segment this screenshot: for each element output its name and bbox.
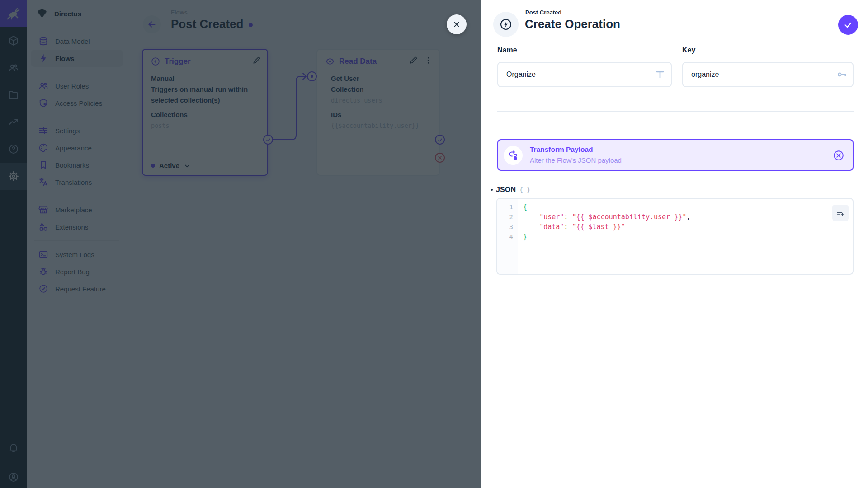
drawer-breadcrumb: Post Created	[525, 9, 561, 16]
code-token: {	[523, 203, 527, 211]
drawer-title: Create Operation	[525, 17, 620, 31]
code-token: "{{ $last }}"	[572, 223, 625, 231]
section-divider	[497, 111, 854, 112]
flash-circle-icon	[500, 18, 512, 31]
playlist-add-icon	[836, 208, 845, 217]
code-braces-icon: { }	[519, 186, 530, 193]
json-field-label: JSON	[496, 186, 516, 194]
transform-icon	[504, 146, 523, 165]
code-token	[523, 223, 539, 231]
json-field-header: JSON { }	[491, 186, 531, 194]
app: Directus Data Model Flows User Roles Acc…	[0, 0, 868, 488]
check-icon	[843, 20, 853, 30]
key-field	[682, 62, 854, 87]
name-field	[497, 62, 672, 87]
required-dot	[491, 189, 493, 191]
code-token: "{{ $accountability.user }}"	[572, 213, 686, 221]
operation-type-card[interactable]: Transform Payload Alter the Flow's JSON …	[497, 139, 854, 171]
code-token	[523, 213, 539, 221]
deselect-operation-button[interactable]	[833, 150, 844, 161]
line-number: 4	[497, 232, 518, 242]
drawer-header-icon	[493, 12, 519, 37]
key-icon	[836, 69, 847, 80]
code-token: :	[564, 213, 572, 221]
code-token: :	[564, 223, 572, 231]
code-line: "data": "{{ $last }}"	[523, 222, 848, 232]
line-number: 2	[497, 212, 518, 222]
code-token: ,	[686, 213, 690, 221]
editor-code[interactable]: { "user": "{{ $accountability.user }}", …	[519, 199, 853, 274]
line-number: 1	[497, 202, 518, 212]
title-case-icon	[655, 69, 665, 80]
save-button[interactable]	[838, 15, 858, 35]
editor-gutter: 1234	[497, 199, 518, 274]
code-token: "user"	[539, 213, 564, 221]
operation-type-title: Transform Payload	[530, 145, 593, 154]
json-code-editor[interactable]: 1234 { "user": "{{ $accountability.user …	[496, 198, 854, 275]
code-line: }	[523, 232, 848, 242]
name-field-label: Name	[497, 46, 517, 54]
expand-editor-button[interactable]	[832, 205, 849, 221]
code-token: "data"	[539, 223, 564, 231]
code-token: }	[523, 233, 527, 241]
operation-type-subtitle: Alter the Flow's JSON payload	[530, 156, 622, 164]
key-input[interactable]	[682, 62, 854, 87]
create-operation-drawer: Post Created Create Operation Name Key T…	[481, 0, 868, 488]
code-line: "user": "{{ $accountability.user }}",	[523, 212, 848, 222]
line-number: 3	[497, 222, 518, 232]
key-field-label: Key	[682, 46, 695, 54]
close-drawer-button[interactable]	[447, 14, 467, 34]
name-input[interactable]	[497, 62, 672, 87]
close-icon	[452, 20, 461, 29]
code-line: {	[523, 202, 848, 212]
drawer-overlay[interactable]	[0, 0, 481, 488]
